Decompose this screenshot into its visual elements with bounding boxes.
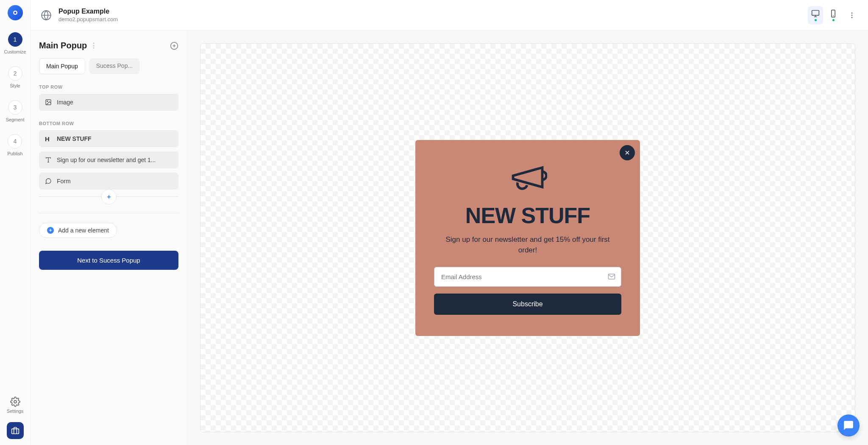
title-block: Popup Example demo2.popupsmart.com bbox=[58, 8, 808, 22]
form-icon bbox=[45, 178, 52, 185]
popup-close-button[interactable] bbox=[620, 145, 635, 160]
element-item-image[interactable]: Image bbox=[39, 94, 178, 111]
status-dot bbox=[832, 19, 835, 21]
device-mobile-button[interactable] bbox=[826, 6, 841, 25]
section-label-bottom-row: BOTTOM ROW bbox=[39, 121, 178, 126]
mobile-icon bbox=[829, 9, 837, 18]
main-area: Popup Example demo2.popupsmart.com Main … bbox=[31, 0, 868, 445]
insert-element-button[interactable] bbox=[101, 189, 117, 204]
globe-icon bbox=[41, 10, 52, 21]
popup-email-input[interactable] bbox=[434, 267, 621, 287]
left-rail: 1 Customize 2 Style 3 Segment 4 Publish … bbox=[0, 0, 31, 445]
element-label: NEW STUFF bbox=[57, 135, 92, 142]
rail-briefcase-button[interactable] bbox=[7, 422, 24, 439]
rail-step-number: 1 bbox=[8, 32, 22, 47]
device-desktop-button[interactable] bbox=[808, 6, 823, 25]
rail-step-label: Customize bbox=[4, 49, 26, 54]
heading-icon: H bbox=[45, 135, 52, 142]
image-icon bbox=[45, 99, 52, 106]
svg-rect-6 bbox=[832, 10, 835, 17]
rail-step-number: 4 bbox=[8, 134, 22, 148]
svg-point-12 bbox=[47, 101, 48, 102]
chat-icon bbox=[843, 420, 854, 431]
rail-step-label: Style bbox=[10, 83, 20, 88]
tab-main-popup[interactable]: Main Popup bbox=[39, 58, 85, 74]
section-label-top-row: TOP ROW bbox=[39, 84, 178, 90]
popup-image[interactable] bbox=[508, 158, 547, 197]
popup-submit-button[interactable]: Subscribe bbox=[434, 294, 621, 315]
sidebar-title: Main Popup ⋮ bbox=[39, 41, 97, 50]
popup-email-field-wrap bbox=[434, 267, 621, 287]
rail-step-style[interactable]: 2 Style bbox=[8, 66, 22, 88]
add-element-label: Add a new element bbox=[58, 227, 109, 234]
desktop-icon bbox=[811, 9, 820, 18]
briefcase-icon bbox=[11, 426, 19, 435]
more-vertical-icon bbox=[848, 11, 856, 19]
svg-point-7 bbox=[851, 12, 853, 14]
canvas: NEW STUFF Sign up for our newsletter and… bbox=[187, 31, 868, 445]
gear-icon bbox=[10, 397, 20, 407]
rail-settings-label: Settings bbox=[7, 409, 24, 414]
popup-subtext[interactable]: Sign up for our newsletter and get 15% o… bbox=[434, 234, 621, 256]
page-subtitle: demo2.popupsmart.com bbox=[58, 16, 808, 22]
svg-point-9 bbox=[851, 17, 853, 18]
svg-rect-3 bbox=[11, 429, 19, 434]
next-button[interactable]: Next to Sucess Popup bbox=[39, 251, 178, 270]
tab-success-popup[interactable]: Sucess Pop... bbox=[89, 58, 139, 74]
svg-rect-5 bbox=[812, 10, 819, 15]
element-label: Sign up for our newsletter and get 1... bbox=[57, 157, 156, 163]
page-title: Popup Example bbox=[58, 8, 808, 15]
text-icon bbox=[45, 157, 52, 163]
top-bar: Popup Example demo2.popupsmart.com bbox=[31, 0, 868, 31]
elements-sidebar: Main Popup ⋮ Main Popup Sucess Pop... TO… bbox=[31, 31, 187, 445]
element-label: Image bbox=[57, 99, 73, 106]
svg-point-8 bbox=[851, 14, 853, 16]
rail-step-customize[interactable]: 1 Customize bbox=[4, 32, 26, 54]
plus-icon: + bbox=[47, 227, 54, 234]
element-item-form[interactable]: Form bbox=[39, 173, 178, 190]
insert-divider bbox=[39, 196, 178, 197]
canvas-frame[interactable]: NEW STUFF Sign up for our newsletter and… bbox=[200, 43, 855, 432]
separator bbox=[39, 213, 178, 213]
rail-step-label: Segment bbox=[6, 117, 24, 122]
app-logo[interactable] bbox=[8, 5, 23, 20]
add-popup-button[interactable] bbox=[170, 42, 178, 50]
element-item-headline[interactable]: H NEW STUFF bbox=[39, 130, 178, 147]
svg-point-2 bbox=[14, 400, 17, 403]
svg-point-1 bbox=[14, 12, 16, 14]
popup-tabs: Main Popup Sucess Pop... bbox=[39, 58, 178, 74]
megaphone-icon bbox=[508, 158, 547, 197]
device-switch bbox=[808, 6, 841, 25]
rail-step-number: 2 bbox=[8, 66, 22, 81]
element-label: Form bbox=[57, 178, 71, 185]
rail-step-segment[interactable]: 3 Segment bbox=[6, 100, 24, 122]
mail-icon bbox=[608, 273, 615, 280]
rail-settings[interactable]: Settings bbox=[7, 397, 24, 414]
status-dot bbox=[815, 19, 817, 21]
rail-step-number: 3 bbox=[8, 100, 22, 115]
chat-fab[interactable] bbox=[837, 414, 860, 437]
add-new-element-button[interactable]: + Add a new element bbox=[39, 223, 117, 238]
close-icon bbox=[624, 149, 631, 156]
more-vertical-icon[interactable]: ⋮ bbox=[90, 42, 97, 50]
rail-step-publish[interactable]: 4 Publish bbox=[7, 134, 22, 156]
element-item-text[interactable]: Sign up for our newsletter and get 1... bbox=[39, 151, 178, 168]
sidebar-title-text: Main Popup bbox=[39, 41, 87, 50]
plus-icon bbox=[106, 194, 112, 200]
rail-step-label: Publish bbox=[7, 151, 22, 156]
popup-headline[interactable]: NEW STUFF bbox=[434, 203, 621, 228]
popup-preview[interactable]: NEW STUFF Sign up for our newsletter and… bbox=[415, 140, 640, 336]
more-menu-button[interactable] bbox=[846, 11, 858, 19]
